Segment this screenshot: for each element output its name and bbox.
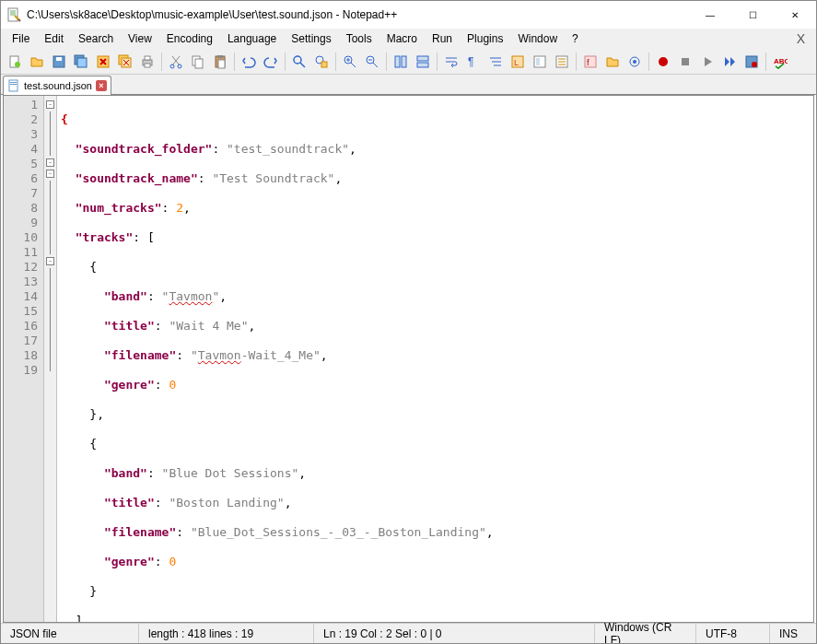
svg-rect-16 xyxy=(195,59,203,68)
file-icon xyxy=(7,79,20,92)
fold-toggle[interactable]: - xyxy=(46,170,54,178)
sync-v-button[interactable] xyxy=(391,52,411,72)
svg-text:¶: ¶ xyxy=(468,55,473,68)
lineno: 18 xyxy=(4,348,38,363)
tab-close-button[interactable]: × xyxy=(96,80,107,91)
titlebar: C:\Users\sk8ace\Desktop\music-example\Us… xyxy=(1,1,816,29)
open-file-button[interactable] xyxy=(27,52,47,72)
fold-toggle[interactable]: - xyxy=(46,158,54,167)
svg-rect-27 xyxy=(417,56,428,61)
foldermap-button[interactable] xyxy=(602,52,623,72)
cut-button[interactable] xyxy=(166,52,186,72)
fold-toggle[interactable]: - xyxy=(46,257,54,265)
menu-search[interactable]: Search xyxy=(71,30,121,47)
status-filetype: JSON file xyxy=(1,624,139,643)
menu-edit[interactable]: Edit xyxy=(37,30,71,47)
app-icon xyxy=(6,7,21,22)
svg-rect-33 xyxy=(536,58,540,65)
svg-rect-6 xyxy=(77,58,87,67)
show-all-chars-button[interactable]: ¶ xyxy=(463,52,484,72)
replace-button[interactable] xyxy=(311,52,332,72)
menu-run[interactable]: Run xyxy=(425,30,460,47)
redo-button[interactable] xyxy=(261,52,281,72)
lineno: 1 xyxy=(4,98,38,112)
svg-rect-12 xyxy=(145,64,150,67)
play-multi-button[interactable] xyxy=(719,52,740,72)
menu-view[interactable]: View xyxy=(121,30,159,47)
menu-window[interactable]: Window xyxy=(510,30,565,47)
menu-settings[interactable]: Settings xyxy=(284,30,338,47)
doclist-button[interactable] xyxy=(552,52,572,72)
lineno: 13 xyxy=(4,275,38,289)
svg-rect-22 xyxy=(321,62,327,67)
menu-help[interactable]: ? xyxy=(565,30,586,47)
udl-button[interactable]: L xyxy=(508,52,528,72)
monitor-button[interactable] xyxy=(624,52,645,72)
svg-rect-46 xyxy=(10,84,17,85)
zoom-in-button[interactable] xyxy=(340,52,360,72)
maximize-button[interactable]: ☐ xyxy=(731,1,774,29)
save-all-button[interactable] xyxy=(71,52,91,72)
find-button[interactable] xyxy=(289,52,309,72)
toolbar: ¶ L f ABC xyxy=(1,49,816,75)
print-button[interactable] xyxy=(137,52,158,72)
close-button[interactable]: ✕ xyxy=(774,1,816,29)
lineno: 19 xyxy=(4,363,38,378)
menu-encoding[interactable]: Encoding xyxy=(159,30,220,47)
svg-rect-28 xyxy=(417,63,428,67)
menu-language[interactable]: Language xyxy=(220,30,284,47)
minimize-button[interactable]: — xyxy=(689,1,731,29)
svg-rect-44 xyxy=(9,80,18,91)
svg-text:ABC: ABC xyxy=(774,57,788,65)
menubar: File Edit Search View Encoding Language … xyxy=(1,29,816,49)
lineno: 11 xyxy=(4,245,38,260)
status-encoding[interactable]: UTF-8 xyxy=(696,624,770,643)
lineno: 6 xyxy=(4,171,38,186)
zoom-out-button[interactable] xyxy=(362,52,382,72)
menu-macro[interactable]: Macro xyxy=(379,30,425,47)
play-macro-button[interactable] xyxy=(697,52,718,72)
code-area[interactable]: { "soundtrack_folder": "test_soundtrack"… xyxy=(57,96,813,622)
svg-rect-25 xyxy=(395,56,400,67)
funclist-button[interactable]: f xyxy=(580,52,601,72)
docmap-button[interactable] xyxy=(530,52,550,72)
lineno: 3 xyxy=(4,127,38,142)
stop-macro-button[interactable] xyxy=(675,52,695,72)
close-all-button[interactable] xyxy=(115,52,135,72)
close-file-button[interactable] xyxy=(93,52,113,72)
indent-guide-button[interactable] xyxy=(485,52,506,72)
undo-button[interactable] xyxy=(239,52,259,72)
status-eol[interactable]: Windows (CR LF) xyxy=(595,624,696,643)
svg-point-39 xyxy=(659,57,668,66)
sync-h-button[interactable] xyxy=(413,52,433,72)
status-position: Ln : 19 Col : 2 Sel : 0 | 0 xyxy=(314,624,595,643)
menu-plugins[interactable]: Plugins xyxy=(460,30,510,47)
tab-file[interactable]: test.sound.json × xyxy=(3,76,111,95)
save-macro-button[interactable] xyxy=(741,52,762,72)
line-number-gutter[interactable]: 1 2 3 4 5 6 7 8 9 10 11 12 13 14 15 16 1… xyxy=(4,96,44,622)
spellcheck-button[interactable]: ABC xyxy=(770,52,790,72)
tab-label: test.sound.json xyxy=(24,80,92,91)
editor: 1 2 3 4 5 6 7 8 9 10 11 12 13 14 15 16 1… xyxy=(3,95,814,623)
svg-rect-45 xyxy=(10,82,17,83)
new-file-button[interactable] xyxy=(5,52,25,72)
menu-file[interactable]: File xyxy=(5,30,37,47)
status-insert-mode[interactable]: INS xyxy=(770,624,816,643)
fold-column[interactable]: - - - - xyxy=(44,96,57,622)
lineno: 12 xyxy=(4,260,38,275)
menu-extra-x[interactable]: X xyxy=(789,31,812,46)
fold-toggle[interactable]: - xyxy=(46,100,54,109)
lineno: 16 xyxy=(4,319,38,334)
wordwrap-button[interactable] xyxy=(441,52,461,72)
menu-tools[interactable]: Tools xyxy=(339,30,379,47)
lineno: 5 xyxy=(4,157,38,171)
paste-button[interactable] xyxy=(210,52,230,72)
record-macro-button[interactable] xyxy=(653,52,673,72)
save-button[interactable] xyxy=(49,52,69,72)
lineno: 14 xyxy=(4,289,38,304)
svg-rect-19 xyxy=(218,60,225,68)
svg-point-38 xyxy=(633,60,636,64)
copy-button[interactable] xyxy=(188,52,208,72)
lineno: 9 xyxy=(4,216,38,230)
lineno: 17 xyxy=(4,334,38,348)
